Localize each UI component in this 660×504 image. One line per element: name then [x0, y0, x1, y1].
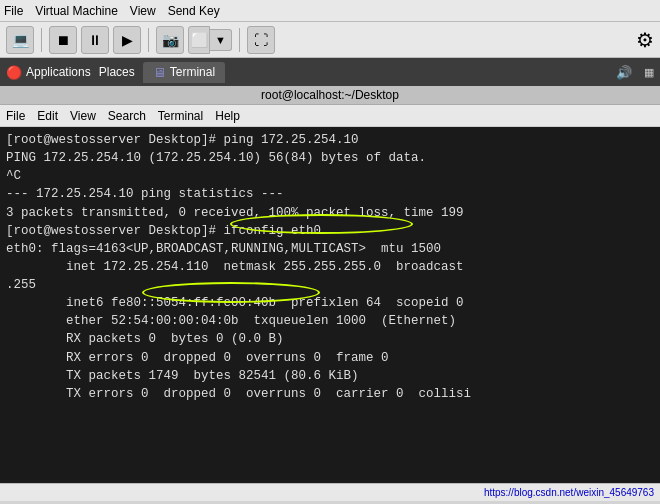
terminal-line-12: ether 52:54:00:00:04:0b txqueuelen 1000 …	[6, 312, 654, 330]
vm-toolbar: 💻 ⏹ ⏸ ▶ 📷 ⬜ ▼ ⛶ ⚙	[0, 22, 660, 58]
vm-menu-sendkey[interactable]: Send Key	[168, 4, 220, 18]
terminal-menubar: File Edit View Search Terminal Help	[0, 105, 660, 127]
toolbar-settings-icon[interactable]: ⚙	[636, 28, 654, 52]
vm-menu-virtualmachine[interactable]: Virtual Machine	[35, 4, 118, 18]
terminal-tab[interactable]: 🖥 Terminal	[143, 62, 225, 83]
terminal-line-7: eth0: flags=4163<UP,BROADCAST,RUNNING,MU…	[6, 240, 654, 258]
terminal-menu-edit[interactable]: Edit	[37, 109, 58, 123]
toolbar-snapshot2-btn[interactable]: ⬜	[188, 26, 210, 54]
toolbar-snapshot-drop[interactable]: ▼	[210, 29, 232, 51]
toolbar-fullscreen-btn[interactable]: ⛶	[247, 26, 275, 54]
toolbar-pause-btn[interactable]: ⏸	[81, 26, 109, 54]
toolbar-sep-2	[148, 28, 149, 52]
places-menu[interactable]: Places	[99, 65, 135, 79]
status-bar: https://blog.csdn.net/weixin_45649763	[0, 483, 660, 501]
terminal-line-9: .255	[6, 276, 654, 294]
terminal-menu-view[interactable]: View	[70, 109, 96, 123]
terminal-tab-label[interactable]: Terminal	[170, 65, 215, 79]
terminal-line-1: PING 172.25.254.10 (172.25.254.10) 56(84…	[6, 149, 654, 167]
terminal-line-4: 3 packets transmitted, 0 received, 100% …	[6, 204, 654, 222]
terminal-menu-help[interactable]: Help	[215, 109, 240, 123]
guest-os-panel: 🔴 Applications Places 🖥 Terminal 🔊 ▦	[0, 58, 660, 86]
terminal-line-0: [root@westosserver Desktop]# ping 172.25…	[6, 131, 654, 149]
terminal-line-16: TX errors 0 dropped 0 overruns 0 carrier…	[6, 385, 654, 403]
applications-label[interactable]: Applications	[26, 65, 91, 79]
terminal-line-2: ^C	[6, 167, 654, 185]
terminal-line-15: TX packets 1749 bytes 82541 (80.6 KiB)	[6, 367, 654, 385]
terminal-title: root@localhost:~/Desktop	[261, 88, 399, 102]
status-url: https://blog.csdn.net/weixin_45649763	[484, 487, 654, 498]
terminal-line-3: --- 172.25.254.10 ping statistics ---	[6, 185, 654, 203]
applications-menu[interactable]: 🔴 Applications	[6, 65, 91, 80]
vm-menu-file[interactable]: File	[4, 4, 23, 18]
terminal-line-11: inet6 fe80::5054:ff:fe00:40b prefixlen 6…	[6, 294, 654, 312]
terminal-line-6: [root@westosserver Desktop]# ifconfig et…	[6, 222, 654, 240]
toolbar-snapshot-btn[interactable]: 📷	[156, 26, 184, 54]
terminal-tab-icon: 🖥	[153, 65, 166, 80]
terminal-body[interactable]: [root@westosserver Desktop]# ping 172.25…	[0, 127, 660, 483]
toolbar-play-btn[interactable]: ▶	[113, 26, 141, 54]
applications-icon: 🔴	[6, 65, 22, 80]
terminal-menu-terminal[interactable]: Terminal	[158, 109, 203, 123]
clock: ▦	[644, 66, 654, 79]
terminal-titlebar: root@localhost:~/Desktop	[0, 86, 660, 105]
terminal-line-13: RX packets 0 bytes 0 (0.0 B)	[6, 330, 654, 348]
terminal-menu-search[interactable]: Search	[108, 109, 146, 123]
sound-icon[interactable]: 🔊	[616, 65, 632, 80]
toolbar-sep-3	[239, 28, 240, 52]
toolbar-power-btn[interactable]: ⏹	[49, 26, 77, 54]
vm-menubar: File Virtual Machine View Send Key	[0, 0, 660, 22]
terminal-menu-file[interactable]: File	[6, 109, 25, 123]
vm-menu-view[interactable]: View	[130, 4, 156, 18]
places-label[interactable]: Places	[99, 65, 135, 79]
terminal-line-8: inet 172.25.254.110 netmask 255.255.255.…	[6, 258, 654, 276]
terminal-line-14: RX errors 0 dropped 0 overruns 0 frame 0	[6, 349, 654, 367]
toolbar-sep-1	[41, 28, 42, 52]
toolbar-display-btn[interactable]: 💻	[6, 26, 34, 54]
